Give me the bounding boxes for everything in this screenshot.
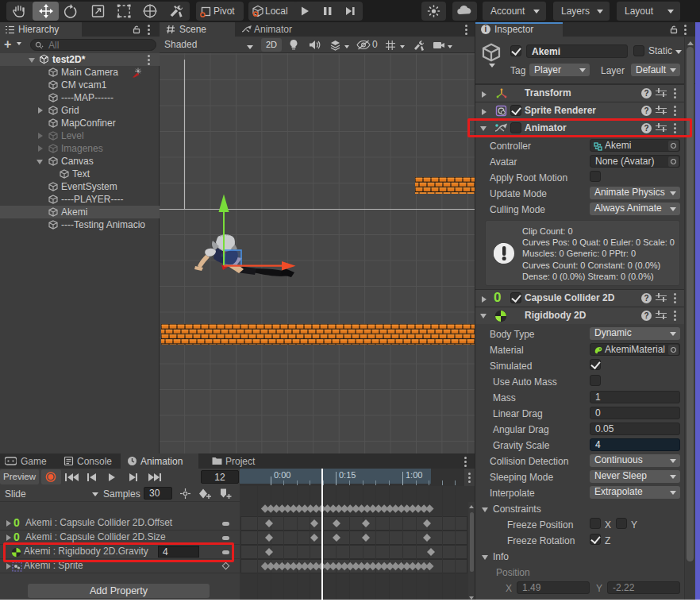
svg-text:1:00: 1:00: [406, 470, 422, 480]
svg-text:0:00: 0:00: [274, 470, 290, 480]
svg-text:0:15: 0:15: [339, 470, 356, 480]
